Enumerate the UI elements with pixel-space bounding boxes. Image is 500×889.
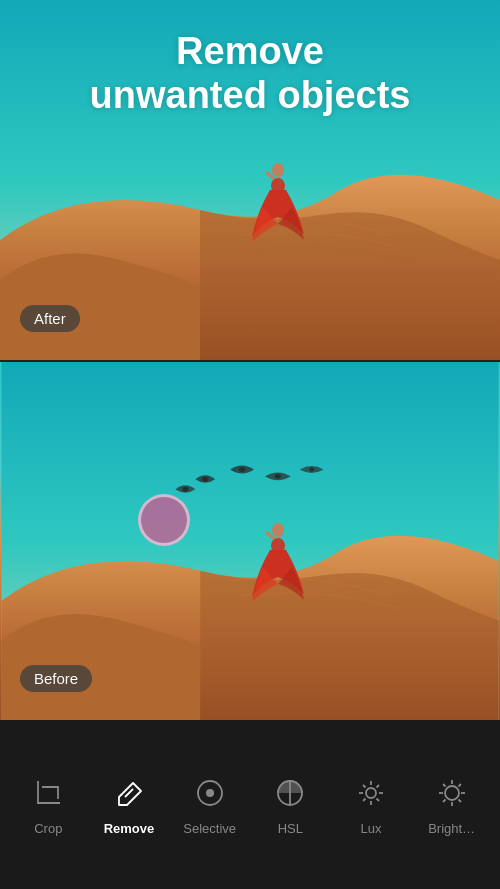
hsl-label: HSL [278,821,303,836]
tool-hsl[interactable]: HSL [255,763,325,846]
selective-label: Selective [183,821,236,836]
brush-indicator [138,494,190,546]
svg-point-10 [309,467,314,471]
svg-point-17 [206,789,214,797]
svg-line-24 [363,785,366,788]
brightness-label: Bright… [428,821,475,836]
tool-brightness[interactable]: Bright… [417,763,487,846]
svg-point-6 [202,477,208,482]
brightness-icon [432,773,472,813]
svg-line-36 [443,784,446,787]
crop-icon [28,773,68,813]
tool-selective[interactable]: Selective [175,763,245,846]
toolbar: Crop Remove Selective [0,720,500,889]
svg-point-11 [272,523,284,537]
svg-point-8 [239,467,245,472]
before-label: Before [20,665,92,692]
svg-point-37 [445,786,459,800]
svg-point-1 [272,163,284,177]
svg-point-7 [182,487,188,492]
tool-crop[interactable]: Crop [13,763,83,846]
tool-remove[interactable]: Remove [94,763,164,846]
svg-line-27 [363,799,366,802]
svg-line-32 [458,800,461,803]
svg-point-9 [275,474,281,479]
selective-icon [190,773,230,813]
svg-point-28 [366,788,376,798]
remove-label: Remove [104,821,155,836]
figure-after [252,162,304,252]
after-dune [0,0,500,360]
figure-before [252,522,304,612]
svg-line-25 [376,799,379,802]
lux-icon [351,773,391,813]
images-container: After [0,0,500,720]
svg-line-30 [458,784,461,787]
after-panel: After [0,0,500,360]
eraser-icon [109,773,149,813]
lux-label: Lux [360,821,381,836]
crop-label: Crop [34,821,62,836]
svg-line-34 [443,800,446,803]
tool-lux[interactable]: Lux [336,763,406,846]
hsl-icon [270,773,310,813]
app: Remove unwanted objects [0,0,500,889]
svg-line-26 [376,785,379,788]
after-label: After [20,305,80,332]
before-panel: Before [0,360,500,720]
